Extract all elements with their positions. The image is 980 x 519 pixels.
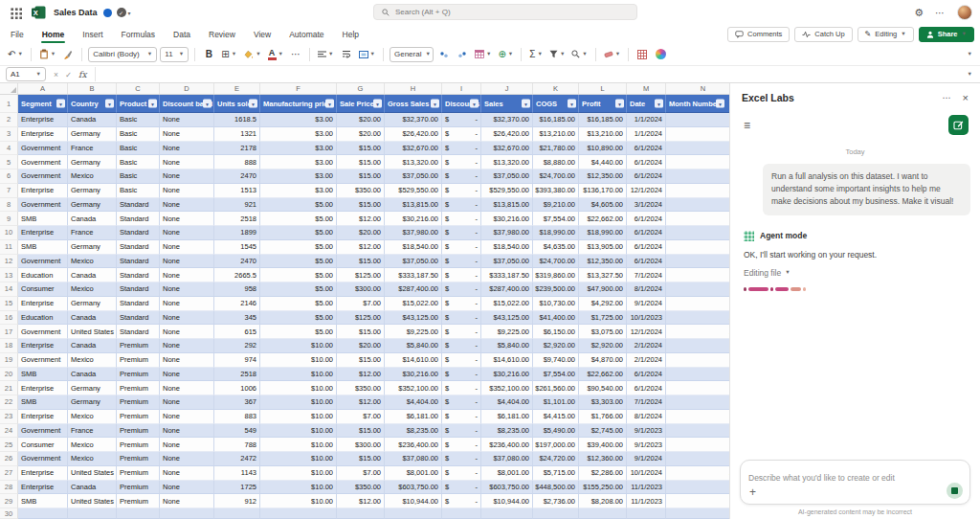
cell[interactable]: $22,662.00 [579, 212, 627, 226]
cell[interactable]: $10.00 [260, 339, 337, 353]
cell[interactable]: 888 [214, 155, 260, 169]
cell[interactable]: $7,554.00 [533, 368, 579, 382]
cell[interactable]: Premium [117, 410, 160, 424]
cell[interactable]: $2,920.00 [533, 339, 579, 353]
share-button[interactable]: Share ▼ [919, 27, 974, 42]
column-letter-M[interactable]: M [627, 83, 666, 94]
cell[interactable]: Canada [68, 113, 117, 127]
cell[interactable]: $10.00 [260, 466, 337, 481]
cell[interactable]: SMB [18, 494, 68, 508]
cell[interactable]: France [68, 226, 117, 240]
cell[interactable]: $7,554.00 [533, 212, 579, 226]
cell[interactable]: Enterprise [18, 466, 68, 481]
cell[interactable]: $2,920.00 [579, 339, 627, 353]
cell[interactable]: Premium [117, 438, 160, 452]
cell[interactable]: $8,235.00 [481, 424, 533, 439]
cell[interactable]: $3,075.00 [579, 325, 627, 339]
cell[interactable]: $32,670.00 [385, 142, 442, 156]
cell[interactable]: Premium [117, 481, 160, 495]
cell[interactable] [214, 508, 260, 519]
row-number[interactable]: 9 [0, 212, 18, 226]
cell[interactable]: $- [442, 169, 481, 184]
row-number[interactable]: 1 [0, 95, 18, 113]
cell[interactable]: 6 [666, 240, 729, 255]
cell[interactable]: $30,216.00 [385, 368, 442, 382]
row-number[interactable]: 26 [0, 452, 18, 466]
font-color-button[interactable]: A▼ [266, 46, 285, 62]
cell[interactable] [160, 508, 214, 519]
cell[interactable]: $- [442, 212, 481, 226]
cell[interactable]: Government [18, 142, 68, 156]
cell[interactable]: 345 [214, 311, 260, 326]
row-number[interactable]: 4 [0, 142, 18, 156]
row-number[interactable]: 25 [0, 438, 18, 452]
titlebar-more-icon[interactable]: ⋯ [935, 8, 946, 18]
cell[interactable]: $4,404.00 [385, 395, 442, 410]
cell[interactable]: 1 [666, 113, 729, 127]
cell[interactable]: $5,490.00 [533, 424, 579, 439]
cell[interactable]: $8,001.00 [385, 466, 442, 481]
cell[interactable]: $10.00 [260, 481, 337, 495]
cell[interactable]: 6/1/2024 [627, 142, 666, 156]
tab-view[interactable]: View [253, 27, 272, 42]
cell[interactable]: Mexico [68, 255, 117, 269]
row-number[interactable]: 14 [0, 282, 18, 297]
cell[interactable]: $37,050.00 [385, 255, 442, 269]
cell[interactable]: Mexico [68, 169, 117, 184]
row-number[interactable]: 22 [0, 395, 18, 410]
cell[interactable]: $529,550.00 [481, 184, 533, 198]
cell[interactable]: $7.00 [337, 297, 385, 311]
cell[interactable]: None [160, 297, 214, 311]
tab-review[interactable]: Review [208, 27, 236, 42]
cell[interactable]: Standard [117, 268, 160, 282]
cell[interactable]: Standard [117, 325, 160, 339]
cell[interactable]: 8/1/2024 [627, 282, 666, 297]
cell[interactable]: 3 [666, 198, 729, 213]
cell[interactable]: $15.00 [337, 353, 385, 368]
cell[interactable]: $12.00 [337, 240, 385, 255]
column-letter-F[interactable]: F [260, 83, 337, 94]
cell[interactable]: $13,815.00 [481, 198, 533, 213]
cell[interactable]: None [160, 368, 214, 382]
cell[interactable]: United States [68, 494, 117, 508]
cell[interactable]: 6 [666, 368, 729, 382]
cell[interactable]: 12/1/2024 [627, 184, 666, 198]
cell[interactable]: $18,990.00 [533, 226, 579, 240]
cell[interactable]: $155,250.00 [579, 481, 627, 495]
cell[interactable]: 6/1/2024 [627, 255, 666, 269]
column-header[interactable]: Profit▼ [579, 95, 627, 113]
cell[interactable]: None [160, 142, 214, 156]
cell[interactable]: Government [18, 169, 68, 184]
column-letter-E[interactable]: E [214, 83, 260, 94]
format-painter-button[interactable] [60, 46, 76, 62]
cell[interactable]: Mexico [68, 410, 117, 424]
row-number[interactable]: 13 [0, 268, 18, 282]
clear-button[interactable]: ▼ [602, 46, 622, 62]
cell[interactable]: $18,540.00 [385, 240, 442, 255]
cell[interactable]: 1 [666, 127, 729, 142]
cell[interactable]: Standard [117, 255, 160, 269]
cell[interactable]: 2146 [214, 297, 260, 311]
tab-file[interactable]: File [10, 27, 25, 42]
column-letter-D[interactable]: D [160, 83, 214, 94]
cell[interactable]: 6/1/2024 [627, 169, 666, 184]
cell[interactable]: 2665.5 [214, 268, 260, 282]
insert-function-icon[interactable]: fx [78, 70, 86, 79]
cell[interactable]: 12 [666, 184, 729, 198]
cell[interactable]: $4,870.00 [579, 353, 627, 368]
copilot-button[interactable] [653, 46, 668, 62]
cell[interactable]: 10 [666, 311, 729, 326]
cell[interactable]: 2518 [214, 368, 260, 382]
user-avatar[interactable] [957, 5, 972, 20]
cell[interactable]: $47,900.00 [579, 282, 627, 297]
cell[interactable]: 2470 [214, 255, 260, 269]
cell[interactable]: $13,210.00 [579, 127, 627, 142]
cell[interactable]: Germany [68, 240, 117, 255]
column-letter-J[interactable]: J [481, 83, 533, 94]
cell[interactable]: Enterprise [18, 481, 68, 495]
row-number[interactable]: 19 [0, 353, 18, 368]
cell[interactable]: $- [442, 494, 481, 508]
cell[interactable]: 6/1/2024 [627, 212, 666, 226]
cell[interactable]: 367 [214, 395, 260, 410]
cell[interactable]: 12 [666, 325, 729, 339]
